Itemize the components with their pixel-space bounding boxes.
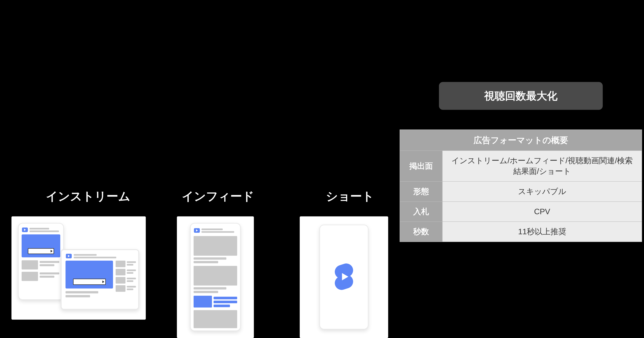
instream-phone-mock xyxy=(18,223,64,300)
placeholder-bar xyxy=(40,261,59,263)
infeed-ad-line xyxy=(214,304,230,307)
placeholder-bar xyxy=(40,264,54,266)
placeholder-bar xyxy=(127,264,133,265)
row-value: スキッパブル xyxy=(442,181,642,202)
table-row: 秒数 11秒以上推奨 xyxy=(400,222,642,242)
placeholder-bar xyxy=(127,261,136,263)
infeed-ad-thumb xyxy=(194,296,212,307)
shorts-phone-mock xyxy=(320,225,368,329)
placeholder-bar xyxy=(202,228,223,230)
infeed-phone-mock xyxy=(190,223,241,331)
instream-laptop-mock xyxy=(60,249,139,310)
thumb-placeholder xyxy=(116,261,126,267)
placeholder-bar xyxy=(40,272,59,274)
row-label: 掲出面 xyxy=(400,151,442,181)
row-value: インストリーム/ホームフィード/視聴動画関連/検索結果面/ショート xyxy=(442,151,642,181)
placeholder-bar xyxy=(202,231,234,233)
placeholder-bar xyxy=(194,291,218,293)
shorts-panel xyxy=(300,216,388,338)
thumb-placeholder xyxy=(194,310,237,328)
play-icon xyxy=(66,254,72,258)
placeholder-bar xyxy=(127,269,136,271)
table-row: 掲出面 インストリーム/ホームフィード/視聴動画関連/検索結果面/ショート xyxy=(400,151,642,181)
row-label: 入札 xyxy=(400,202,442,222)
row-label: 形態 xyxy=(400,181,442,202)
thumb-placeholder xyxy=(116,277,126,283)
placeholder-bar xyxy=(74,257,116,258)
row-label: 秒数 xyxy=(400,222,442,242)
infeed-ad-line xyxy=(214,297,237,299)
thumb-placeholder xyxy=(22,272,38,281)
placeholder-bar xyxy=(127,278,136,279)
thumb-placeholder xyxy=(116,285,126,292)
thumb-placeholder xyxy=(22,260,38,269)
shorts-icon xyxy=(332,263,356,291)
placeholder-bar xyxy=(127,272,133,274)
thumb-placeholder xyxy=(194,266,237,285)
placeholder-bar xyxy=(127,286,136,287)
infeed-panel xyxy=(177,216,254,338)
placeholder-bar xyxy=(30,230,59,232)
instream-panel xyxy=(12,216,146,320)
placeholder-bar xyxy=(66,295,90,297)
seek-bar xyxy=(28,248,54,254)
shorts-label: ショート xyxy=(326,188,374,204)
play-icon xyxy=(194,228,200,233)
max-views-badge: 視聴回数最大化 xyxy=(439,82,603,110)
instream-label: インストリーム xyxy=(46,188,130,204)
placeholder-bar xyxy=(194,257,226,260)
thumb-placeholder xyxy=(194,236,237,256)
placeholder-bar xyxy=(127,280,133,282)
play-icon xyxy=(22,227,28,232)
placeholder-bar xyxy=(127,288,133,290)
row-value: CPV xyxy=(442,202,642,222)
placeholder-bar xyxy=(40,276,54,278)
placeholder-bar xyxy=(74,254,97,256)
seek-bar xyxy=(73,279,106,285)
table-row: 形態 スキッパブル xyxy=(400,181,642,202)
placeholder-bar xyxy=(66,291,98,293)
placeholder-bar xyxy=(30,228,49,229)
ad-format-summary-table: 広告フォーマットの概要 掲出面 インストリーム/ホームフィード/視聴動画関連/検… xyxy=(400,130,642,242)
placeholder-bar xyxy=(194,287,226,289)
infeed-label: インフィード xyxy=(182,188,254,204)
row-value: 11秒以上推奨 xyxy=(442,222,642,242)
table-header: 広告フォーマットの概要 xyxy=(400,130,642,151)
placeholder-bar xyxy=(194,261,218,263)
infeed-ad-line xyxy=(214,301,237,303)
table-row: 入札 CPV xyxy=(400,202,642,222)
thumb-placeholder xyxy=(116,269,126,275)
